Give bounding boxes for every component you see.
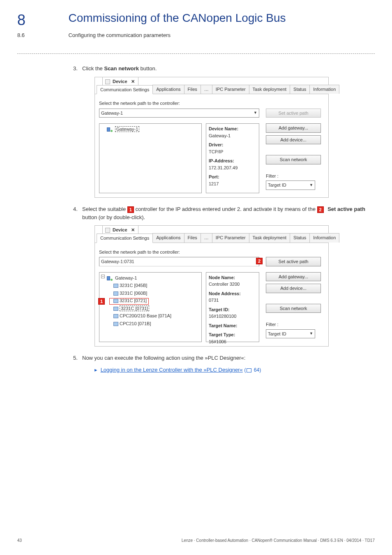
callout-1-highlight [109,298,149,305]
tab-status[interactable]: Status [290,85,310,94]
device-icon [105,79,110,84]
device-tab-label: Device [113,227,127,232]
tree-node-device-selected[interactable]: 3231C [0731] [101,305,200,312]
port-value: 1217 [209,180,256,187]
controller-icon [113,322,118,326]
step-4-text-b: controller for the IP address entered un… [134,206,317,212]
section-title: Configuring the communication parameters [68,32,171,38]
target-type-value: 16#1006 [209,338,256,345]
filter-select[interactable]: Target ID ▼ [266,329,315,339]
chapter-title: Commissioning of the CANopen Logic Bus [68,12,286,25]
tab-applications[interactable]: Applications [152,85,184,94]
controller-icon [113,314,118,318]
gateway-icon [107,127,113,132]
tab-communication-settings[interactable]: Communication Settings [97,85,153,95]
book-icon [247,368,251,372]
controller-icon [113,291,118,296]
tab-communication-settings[interactable]: Communication Settings [97,234,153,243]
screenshot-1: Device ✕ Communication Settings Applicat… [95,77,329,198]
tab-task-deployment[interactable]: Task deployment [249,233,291,243]
device-tab-label: Device [113,79,127,84]
tab-files[interactable]: Files [184,85,201,94]
page-number: 43 [17,538,22,543]
tab-more[interactable]: … [201,85,212,94]
device-info-panel: Device Name: Gateway-1 Driver: TCP/IP IP… [206,123,259,193]
select-network-label: Select the network path to the controlle… [99,100,324,107]
tree-node-device[interactable]: 3231C [060B] [101,289,200,297]
port-label: Port: [209,173,256,180]
target-type-label: Target Type: [209,331,256,338]
set-active-path-button[interactable]: Set active path [266,109,321,118]
step-3-number: 3. [73,65,78,73]
tree-node-device[interactable]: 3231C [045B] [101,282,200,289]
step-4-text-a: Select the suitable [82,206,127,212]
page-footer: 43 Lenze · Controller-based Automation ·… [17,538,375,543]
target-id-value: 16#10280100 [209,313,256,320]
node-name-value: Controller 3200 [209,281,256,288]
node-address-value: 0731 [209,297,256,304]
tree-node-label: CPC210 [071B] [120,321,151,326]
step-3-text-a: Click the [82,65,104,72]
filter-select[interactable]: Target ID ▼ [266,180,315,190]
controller-icon [113,307,118,311]
tree-node-device[interactable]: CPC200/210 Base [071A] [101,312,200,320]
filter-select-value: Target ID [268,182,286,189]
screenshot-2: Device ✕ Communication Settings Applicat… [95,225,329,347]
tree-node-gateway[interactable]: Gateway-1 [101,125,200,133]
callout-1-marker: 1 [98,298,105,305]
gateway-select[interactable]: Gateway-1 ▼ [99,109,259,118]
cross-reference-link[interactable]: ▸ Logging in on the Lenze Controller wit… [95,366,375,374]
section-number: 8.6 [17,32,67,38]
tree-node-label: Gateway-1 [115,275,137,280]
select-network-label: Select the network path to the controlle… [99,249,324,256]
gateway-select-value: Gateway-1:0731 [101,258,134,265]
tab-task-deployment[interactable]: Task deployment [249,85,291,94]
tab-ipc-parameter[interactable]: IPC Parameter [212,233,249,243]
tab-information[interactable]: Information [309,85,339,94]
controller-icon [113,284,118,288]
step-3-text-c: button. [139,65,157,72]
divider [17,53,375,54]
link-text: Logging in on the Lenze Controller with … [101,367,243,373]
ip-address-label: IP-Address: [209,157,256,164]
tab-status[interactable]: Status [290,233,310,243]
callout-1: 1 [127,206,134,213]
set-active-path-button[interactable]: Set active path [266,257,321,266]
network-tree[interactable]: − Gateway-1 3231C [045B] 3231C [060B] 32… [99,272,202,342]
close-icon[interactable]: ✕ [131,79,135,84]
callout-2-marker: 2 [256,258,263,264]
target-id-label: Target ID: [209,306,256,313]
add-device-button[interactable]: Add device... [266,135,321,145]
tab-applications[interactable]: Applications [152,233,184,243]
tree-node-label: 3231C [060B] [120,291,147,296]
gateway-select[interactable]: Gateway-1:0731 [99,257,259,266]
step-4-text-d: button (or by double-click). [82,214,145,220]
chevron-down-icon: ▼ [309,331,313,337]
tree-node-gateway[interactable]: − Gateway-1 [101,274,200,282]
tab-more[interactable]: … [201,233,212,243]
tree-node-label: CPC200/210 Base [071A] [120,313,171,318]
tree-node-device[interactable]: CPC210 [071B] [101,320,200,328]
add-gateway-button[interactable]: Add gateway... [266,123,321,133]
footer-meta: Lenze · Controller-based Automation · CA… [182,538,375,543]
tab-information[interactable]: Information [309,233,339,243]
scan-network-button[interactable]: Scan network [266,304,321,313]
network-tree[interactable]: Gateway-1 [99,123,202,193]
tab-strip: Communication Settings Applications File… [95,85,328,95]
scan-network-button[interactable]: Scan network [266,155,321,164]
gateway-select-value: Gateway-1 [101,110,123,117]
filter-select-value: Target ID [268,331,286,338]
filter-label: Filter : [266,321,321,328]
collapse-icon[interactable]: − [101,275,105,278]
step-4-number: 4. [73,205,78,213]
close-icon[interactable]: ✕ [131,227,135,232]
filter-label: Filter : [266,173,321,180]
link-page-number: 64 [254,367,259,373]
device-name-label: Device Name: [209,125,256,132]
tab-ipc-parameter[interactable]: IPC Parameter [212,85,249,94]
add-device-button[interactable]: Add device... [266,284,321,293]
driver-value: TCP/IP [209,148,256,155]
tab-files[interactable]: Files [184,233,201,243]
add-gateway-button[interactable]: Add gateway... [266,272,321,282]
step-5: 5. Now you can execute the following act… [82,354,375,362]
